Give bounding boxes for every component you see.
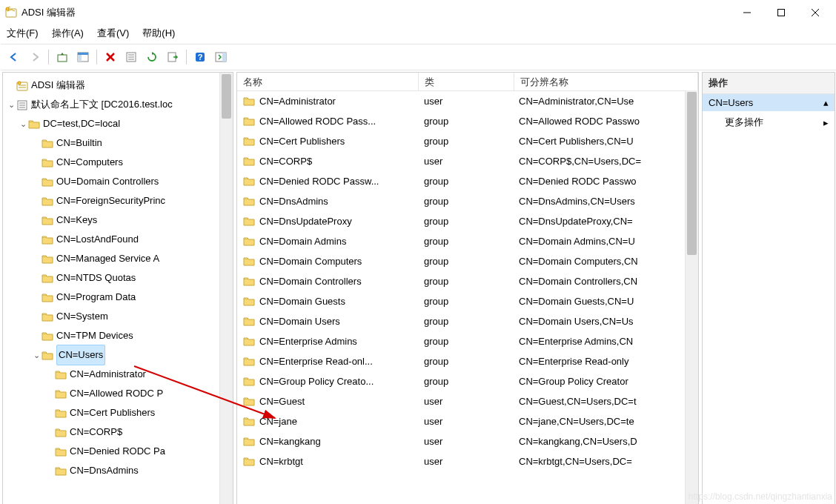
cell-type: group bbox=[418, 216, 513, 227]
refresh-button[interactable] bbox=[143, 48, 161, 66]
list-row[interactable]: CN=Domain GuestsgroupCN=Domain Guests,CN… bbox=[237, 291, 698, 311]
list-body: CN=AdministratoruserCN=Administrator,CN=… bbox=[237, 91, 698, 471]
cell-type: user bbox=[418, 156, 513, 167]
list-row[interactable]: CN=Cert PublishersgroupCN=Cert Publisher… bbox=[237, 131, 698, 151]
list-row[interactable]: CN=Allowed RODC Pass...groupCN=Allowed R… bbox=[237, 111, 698, 131]
list-row[interactable]: CN=AdministratoruserCN=Administrator,CN=… bbox=[237, 91, 698, 111]
menu-help[interactable]: 帮助(H) bbox=[142, 27, 175, 40]
title-bar: ADSI 编辑器 bbox=[1, 1, 836, 24]
col-header-dn[interactable]: 可分辨名称 bbox=[514, 73, 698, 90]
tree-label: CN=LostAndFound bbox=[56, 230, 139, 249]
disclosure-icon[interactable]: ⌄ bbox=[31, 345, 42, 365]
list-row[interactable]: CN=GuestuserCN=Guest,CN=Users,DC=t bbox=[237, 391, 698, 411]
tree: ADSI 编辑器⌄默认命名上下文 [DC2016.test.loc⌄DC=tes… bbox=[3, 73, 233, 483]
disclosure-icon[interactable]: ⌄ bbox=[6, 95, 16, 114]
menu-view[interactable]: 查看(V) bbox=[97, 27, 129, 40]
folder-icon bbox=[243, 276, 255, 288]
cell-type: group bbox=[418, 316, 513, 327]
list-row[interactable]: CN=kangkanguserCN=kangkang,CN=Users,D bbox=[237, 431, 698, 451]
svg-rect-6 bbox=[58, 55, 67, 62]
list-row[interactable]: CN=janeuserCN=jane,CN=Users,DC=te bbox=[237, 411, 698, 431]
tree-users[interactable]: ⌄CN=Users bbox=[3, 345, 233, 365]
list-row[interactable]: CN=Domain UsersgroupCN=Domain Users,CN=U… bbox=[237, 311, 698, 331]
tree-users-child-3[interactable]: CN=CORP$ bbox=[3, 422, 233, 442]
tree-node-6[interactable]: CN=Managed Service A bbox=[3, 249, 233, 268]
tree-label: CN=CORP$ bbox=[70, 422, 122, 442]
list-row[interactable]: CN=Domain ControllersgroupCN=Domain Cont… bbox=[237, 271, 698, 291]
tree-users-child-5[interactable]: CN=DnsAdmins bbox=[3, 461, 233, 480]
list-row[interactable]: CN=Enterprise AdminsgroupCN=Enterprise A… bbox=[237, 331, 698, 351]
tree-node-9[interactable]: CN=System bbox=[3, 307, 233, 326]
list-row[interactable]: CN=Group Policy Creato...groupCN=Group P… bbox=[237, 371, 698, 391]
help-button[interactable]: ? bbox=[191, 48, 209, 66]
tree-label: CN=Denied RODC Pa bbox=[70, 442, 165, 461]
tree-root[interactable]: ADSI 编辑器 bbox=[3, 76, 233, 95]
properties-button[interactable] bbox=[122, 48, 140, 66]
col-header-type[interactable]: 类 bbox=[419, 73, 514, 90]
col-header-name[interactable]: 名称 bbox=[237, 73, 419, 90]
chevron-right-icon: ▸ bbox=[823, 117, 829, 128]
folder-icon bbox=[243, 96, 255, 107]
tree-node-7[interactable]: CN=NTDS Quotas bbox=[3, 268, 233, 288]
tree-node-1[interactable]: CN=Computers bbox=[3, 153, 233, 172]
forward-button[interactable] bbox=[26, 48, 44, 66]
tree-node-10[interactable]: CN=TPM Devices bbox=[3, 326, 233, 345]
up-button[interactable] bbox=[53, 48, 71, 66]
cell-dn: CN=DnsAdmins,CN=Users bbox=[513, 196, 698, 207]
tree-node-0[interactable]: CN=Builtin bbox=[3, 133, 233, 153]
list-scrollbar[interactable] bbox=[685, 90, 698, 504]
disclosure-icon[interactable]: ⌄ bbox=[18, 114, 28, 133]
tree-users-child-0[interactable]: CN=Administrator bbox=[3, 365, 233, 384]
tree-users-child-1[interactable]: CN=Allowed RODC P bbox=[3, 384, 233, 403]
list-row[interactable]: CN=DnsUpdateProxygroupCN=DnsUpdateProxy,… bbox=[237, 211, 698, 231]
tree-node-4[interactable]: CN=Keys bbox=[3, 210, 233, 230]
delete-button[interactable] bbox=[102, 48, 119, 66]
list-row[interactable]: CN=CORP$userCN=CORP$,CN=Users,DC= bbox=[237, 151, 698, 171]
tree-label: DC=test,DC=local bbox=[43, 114, 120, 133]
tree-label: CN=System bbox=[56, 307, 108, 326]
tree-label: CN=Administrator bbox=[70, 365, 146, 384]
tree-node-3[interactable]: CN=ForeignSecurityPrinc bbox=[3, 191, 233, 210]
svg-point-1 bbox=[6, 7, 9, 10]
folder-icon bbox=[42, 349, 53, 361]
menu-action[interactable]: 操作(A) bbox=[52, 27, 84, 40]
action-more[interactable]: 更多操作 ▸ bbox=[703, 111, 835, 133]
cell-dn: CN=Enterprise Admins,CN bbox=[513, 336, 698, 347]
showhide-tree-button[interactable] bbox=[74, 48, 92, 66]
tree-scrollbar[interactable] bbox=[219, 73, 233, 504]
tree-label: CN=DnsAdmins bbox=[70, 461, 139, 480]
app-window: ADSI 编辑器 文件(F) 操作(A) 查看(V) 帮助(H) ? ADSI bbox=[0, 0, 836, 504]
folder-icon bbox=[16, 99, 28, 110]
list-row[interactable]: CN=krbtgtuserCN=krbtgt,CN=Users,DC= bbox=[237, 451, 698, 471]
list-row[interactable]: CN=Enterprise Read-onl...groupCN=Enterpr… bbox=[237, 351, 698, 371]
cell-name: CN=Domain Guests bbox=[259, 296, 345, 307]
folder-icon bbox=[42, 233, 53, 245]
menu-file[interactable]: 文件(F) bbox=[7, 27, 39, 40]
tree-node-2[interactable]: OU=Domain Controllers bbox=[3, 172, 233, 191]
close-button[interactable] bbox=[798, 1, 832, 24]
action-group-title[interactable]: CN=Users ▴ bbox=[703, 94, 835, 111]
folder-icon bbox=[42, 195, 53, 207]
export-button[interactable] bbox=[164, 48, 182, 66]
cell-dn: CN=Allowed RODC Passwo bbox=[513, 116, 698, 127]
list-row[interactable]: CN=Denied RODC Passw...groupCN=Denied RO… bbox=[237, 171, 698, 191]
cell-name: CN=Domain Controllers bbox=[259, 276, 362, 287]
tree-node-5[interactable]: CN=LostAndFound bbox=[3, 230, 233, 249]
back-button[interactable] bbox=[5, 48, 23, 66]
tree-dc[interactable]: ⌄DC=test,DC=local bbox=[3, 114, 233, 133]
cell-dn: CN=krbtgt,CN=Users,DC= bbox=[513, 456, 698, 467]
minimize-button[interactable] bbox=[730, 1, 764, 24]
actionpane-button[interactable] bbox=[212, 48, 230, 66]
maximize-button[interactable] bbox=[764, 1, 798, 24]
folder-icon bbox=[243, 316, 255, 328]
tree-naming-context[interactable]: ⌄默认命名上下文 [DC2016.test.loc bbox=[3, 95, 233, 114]
tree-users-child-4[interactable]: CN=Denied RODC Pa bbox=[3, 442, 233, 461]
tree-node-8[interactable]: CN=Program Data bbox=[3, 288, 233, 307]
tree-users-child-2[interactable]: CN=Cert Publishers bbox=[3, 403, 233, 422]
list-row[interactable]: CN=Domain ComputersgroupCN=Domain Comput… bbox=[237, 251, 698, 271]
cell-name: CN=Enterprise Read-onl... bbox=[259, 356, 373, 367]
list-row[interactable]: CN=DnsAdminsgroupCN=DnsAdmins,CN=Users bbox=[237, 191, 698, 211]
list-row[interactable]: CN=Domain AdminsgroupCN=Domain Admins,CN… bbox=[237, 231, 698, 251]
cell-dn: CN=Domain Computers,CN bbox=[513, 256, 698, 267]
cell-name: CN=Guest bbox=[259, 396, 305, 407]
